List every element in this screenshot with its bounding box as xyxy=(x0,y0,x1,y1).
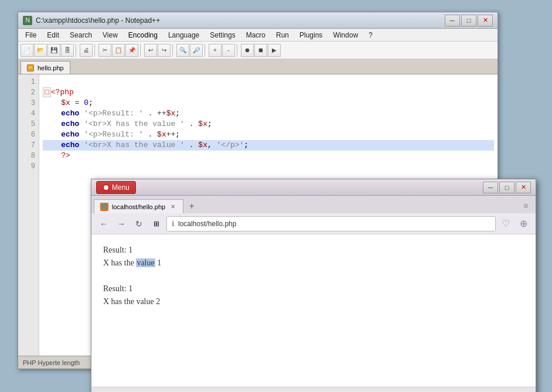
code-line-7: echo '<br>X has the value ' . $x, '</p>'… xyxy=(43,140,494,151)
bookmark-btn[interactable]: ♡ xyxy=(498,216,513,231)
menu-search[interactable]: Search xyxy=(65,29,97,41)
opera-tabbar: 🌐 localhost/hello.php ✕ + ≡ xyxy=(91,196,536,213)
npp-minimize-btn[interactable]: ─ xyxy=(445,15,460,26)
tb-save[interactable]: 💾 xyxy=(47,44,60,57)
npp-close-btn[interactable]: ✕ xyxy=(478,15,493,26)
tb-sep1 xyxy=(76,44,78,57)
address-text: localhost/hello.php xyxy=(178,220,236,228)
forward-btn[interactable]: → xyxy=(114,216,129,231)
tb-undo[interactable]: ↩ xyxy=(144,44,157,57)
line-numbers: 1 2 3 4 5 6 7 8 9 xyxy=(18,74,39,356)
tb-new[interactable]: 📄 xyxy=(21,44,33,57)
opera-menu-label: Menu xyxy=(112,183,130,192)
address-bar[interactable]: ℹ localhost/hello.php xyxy=(166,216,496,231)
code-line-1 xyxy=(43,77,494,87)
line-num-4: 4 xyxy=(18,108,39,119)
tb-sep3 xyxy=(140,44,142,57)
refresh-btn[interactable]: ↻ xyxy=(131,216,146,231)
opera-tab-label: localhost/hello.php xyxy=(112,203,165,210)
secure-icon: ℹ xyxy=(172,220,175,228)
menu-encoding[interactable]: Encoding xyxy=(124,29,162,41)
download-btn[interactable]: ⊕ xyxy=(516,216,531,231)
npp-tab-label: hello.php xyxy=(38,64,64,71)
tb-sep4 xyxy=(172,44,175,57)
menu-settings[interactable]: Settings xyxy=(205,29,240,41)
code-line-2: □<?php xyxy=(43,87,494,98)
opera-tab-hello[interactable]: 🌐 localhost/hello.php ✕ xyxy=(94,199,183,213)
menu-window[interactable]: Window xyxy=(328,29,363,41)
menu-macro[interactable]: Macro xyxy=(241,29,270,41)
menu-run[interactable]: Run xyxy=(271,29,294,41)
line-num-9: 9 xyxy=(18,161,39,172)
tb-replace[interactable]: 🔎 xyxy=(190,44,203,57)
npp-title: C:\xampp\htdocs\hello.php - Notepad++ xyxy=(36,16,445,25)
opera-titlebar: Menu ─ □ ✕ xyxy=(91,179,536,196)
code-line-5: echo '<br>X has the value ' . $x; xyxy=(43,119,494,129)
php-file-icon: P xyxy=(27,64,34,71)
code-line-8: ?> xyxy=(43,151,494,161)
opera-close-btn[interactable]: ✕ xyxy=(516,182,531,193)
npp-menubar: File Edit Search View Encoding Language … xyxy=(18,29,498,42)
opera-tab-icon: 🌐 xyxy=(100,203,108,211)
code-line-3: $x = 0; xyxy=(43,98,494,108)
tb-macro-play[interactable]: ▶ xyxy=(268,44,281,57)
menu-edit[interactable]: Edit xyxy=(42,29,64,41)
grid-btn[interactable]: ⊞ xyxy=(149,216,164,231)
tb-paste[interactable]: 📌 xyxy=(125,44,138,57)
tb-cut[interactable]: ✂ xyxy=(98,44,111,57)
opera-menu-btn[interactable]: Menu xyxy=(96,181,136,194)
line-num-5: 5 xyxy=(18,119,39,129)
line-num-6: 6 xyxy=(18,129,39,140)
opera-window: Menu ─ □ ✕ 🌐 localhost/hello.php ✕ + ≡ ←… xyxy=(91,179,536,392)
opera-maximize-btn[interactable]: □ xyxy=(499,182,514,193)
line-num-1: 1 xyxy=(18,77,39,87)
tb-sep2 xyxy=(94,44,97,57)
code-line-4: echo '<p>Result: ' . ++$x; xyxy=(43,108,494,119)
npp-titlebar-buttons: ─ □ ✕ xyxy=(445,15,493,26)
npp-tab-hello[interactable]: P hello.php xyxy=(21,61,70,74)
code-line-6: echo '<p>Result: ' . $x++; xyxy=(43,129,494,140)
tb-zoom-out[interactable]: - xyxy=(222,44,235,57)
npp-app-icon: N xyxy=(23,16,32,25)
tb-saveall[interactable]: 🗄 xyxy=(61,44,74,57)
opera-new-tab-btn[interactable]: + xyxy=(185,199,199,213)
menu-language[interactable]: Language xyxy=(163,29,204,41)
tb-sep6 xyxy=(237,44,239,57)
tb-zoom-in[interactable]: + xyxy=(209,44,222,57)
menu-help[interactable]: ? xyxy=(364,29,377,41)
opera-titlebar-buttons: ─ □ ✕ xyxy=(483,182,531,193)
tb-macro-stop[interactable]: ⏹ xyxy=(254,44,267,57)
tb-sep5 xyxy=(205,44,207,57)
tb-print[interactable]: 🖨 xyxy=(80,44,93,57)
highlighted-value: value xyxy=(136,258,155,267)
npp-maximize-btn[interactable]: □ xyxy=(461,15,476,26)
opera-tab-close-btn[interactable]: ✕ xyxy=(169,203,177,211)
tb-open[interactable]: 📂 xyxy=(34,44,47,57)
content-result1: Result: 1 xyxy=(103,244,524,257)
opera-content: Result: 1 X has the value 1 Result: 1 X … xyxy=(91,234,536,387)
menu-file[interactable]: File xyxy=(21,29,41,41)
tb-macro-rec[interactable]: ⏺ xyxy=(241,44,254,57)
content-value2: X has the value 2 xyxy=(103,295,524,308)
statusbar-text: PHP Hyperte length xyxy=(23,359,80,366)
opera-navbar: ← → ↻ ⊞ ℹ localhost/hello.php ♡ ⊕ xyxy=(91,213,536,234)
line-num-8: 8 xyxy=(18,151,39,161)
menu-view[interactable]: View xyxy=(98,29,122,41)
content-value1: X has the value 1 xyxy=(103,257,524,270)
opera-statusbar xyxy=(91,387,536,392)
npp-tabbar: P hello.php xyxy=(18,59,498,74)
opera-filter-icon: ≡ xyxy=(518,198,533,213)
content-blank xyxy=(103,270,524,282)
code-line-9 xyxy=(43,161,494,172)
tb-find[interactable]: 🔍 xyxy=(176,44,189,57)
tb-copy[interactable]: 📋 xyxy=(112,44,125,57)
tb-redo[interactable]: ↪ xyxy=(158,44,171,57)
line-num-7: 7 xyxy=(18,140,39,151)
opera-minimize-btn[interactable]: ─ xyxy=(483,182,498,193)
opera-logo-icon xyxy=(103,184,110,191)
line-num-3: 3 xyxy=(18,98,39,108)
npp-toolbar: 📄 📂 💾 🗄 🖨 ✂ 📋 📌 ↩ ↪ 🔍 🔎 + - ⏺ ⏹ ▶ xyxy=(18,42,498,59)
back-btn[interactable]: ← xyxy=(96,216,111,231)
content-result2: Result: 1 xyxy=(103,282,524,295)
menu-plugins[interactable]: Plugins xyxy=(295,29,327,41)
